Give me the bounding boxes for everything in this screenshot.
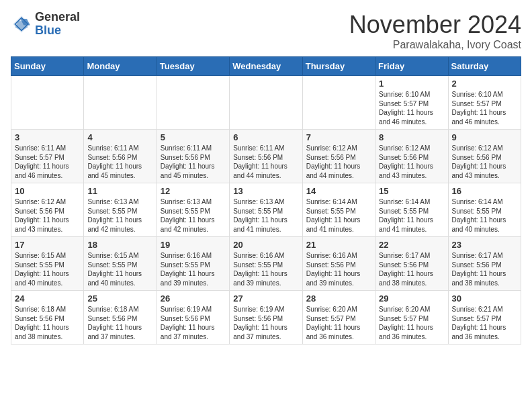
- calendar-cell: 24Sunrise: 6:18 AMSunset: 5:56 PMDayligh…: [11, 291, 84, 345]
- calendar-cell: 18Sunrise: 6:15 AMSunset: 5:55 PMDayligh…: [84, 237, 157, 291]
- cell-info: Sunrise: 6:18 AMSunset: 5:56 PMDaylight:…: [15, 305, 80, 341]
- cell-info: Sunrise: 6:11 AMSunset: 5:56 PMDaylight:…: [233, 144, 298, 180]
- calendar-cell: 23Sunrise: 6:17 AMSunset: 5:56 PMDayligh…: [448, 237, 521, 291]
- column-header-monday: Monday: [84, 57, 157, 76]
- day-number: 20: [233, 240, 298, 250]
- cell-info: Sunrise: 6:13 AMSunset: 5:55 PMDaylight:…: [233, 197, 298, 234]
- day-number: 30: [452, 293, 517, 304]
- month-year-title: November 2024: [349, 11, 521, 39]
- calendar-cell: 30Sunrise: 6:21 AMSunset: 5:57 PMDayligh…: [448, 291, 521, 345]
- calendar-cell: 7Sunrise: 6:12 AMSunset: 5:56 PMDaylight…: [302, 130, 375, 183]
- day-number: 16: [452, 186, 517, 196]
- calendar-cell: 3Sunrise: 6:11 AMSunset: 5:57 PMDaylight…: [11, 130, 84, 183]
- day-number: 8: [379, 132, 444, 142]
- calendar-cell: 2Sunrise: 6:10 AMSunset: 5:57 PMDaylight…: [448, 76, 521, 130]
- day-number: 26: [161, 293, 226, 304]
- cell-info: Sunrise: 6:13 AMSunset: 5:55 PMDaylight:…: [161, 197, 226, 234]
- cell-info: Sunrise: 6:12 AMSunset: 5:56 PMDaylight:…: [15, 197, 80, 234]
- column-header-sunday: Sunday: [11, 57, 84, 76]
- calendar-cell: 15Sunrise: 6:14 AMSunset: 5:55 PMDayligh…: [375, 183, 448, 237]
- calendar-cell: 26Sunrise: 6:19 AMSunset: 5:56 PMDayligh…: [157, 291, 229, 345]
- day-number: 3: [15, 132, 80, 142]
- column-header-tuesday: Tuesday: [157, 57, 229, 76]
- day-number: 23: [452, 240, 517, 250]
- calendar-cell: 21Sunrise: 6:16 AMSunset: 5:56 PMDayligh…: [302, 237, 375, 291]
- cell-info: Sunrise: 6:20 AMSunset: 5:57 PMDaylight:…: [306, 305, 371, 341]
- cell-info: Sunrise: 6:14 AMSunset: 5:55 PMDaylight:…: [379, 197, 444, 234]
- calendar-cell: 6Sunrise: 6:11 AMSunset: 5:56 PMDaylight…: [230, 130, 302, 183]
- day-number: 12: [161, 186, 226, 196]
- day-number: 2: [452, 79, 517, 89]
- day-number: 25: [87, 293, 152, 304]
- cell-info: Sunrise: 6:13 AMSunset: 5:55 PMDaylight:…: [87, 197, 152, 234]
- calendar-cell: [84, 76, 157, 130]
- calendar-cell: 22Sunrise: 6:17 AMSunset: 5:56 PMDayligh…: [375, 237, 448, 291]
- day-number: 28: [306, 293, 371, 304]
- day-number: 27: [233, 293, 298, 304]
- calendar-week-row: 17Sunrise: 6:15 AMSunset: 5:55 PMDayligh…: [11, 237, 521, 291]
- day-number: 14: [306, 186, 371, 196]
- calendar-week-row: 10Sunrise: 6:12 AMSunset: 5:56 PMDayligh…: [11, 183, 521, 237]
- calendar-cell: 29Sunrise: 6:20 AMSunset: 5:57 PMDayligh…: [375, 291, 448, 345]
- calendar-cell: 14Sunrise: 6:14 AMSunset: 5:55 PMDayligh…: [302, 183, 375, 237]
- day-number: 18: [87, 240, 152, 250]
- column-header-saturday: Saturday: [448, 57, 521, 76]
- day-number: 7: [306, 132, 371, 142]
- column-header-friday: Friday: [375, 57, 448, 76]
- cell-info: Sunrise: 6:18 AMSunset: 5:56 PMDaylight:…: [87, 305, 152, 341]
- page-header: General Blue November 2024 Parawalakaha,…: [11, 11, 521, 51]
- calendar-cell: 25Sunrise: 6:18 AMSunset: 5:56 PMDayligh…: [84, 291, 157, 345]
- calendar-cell: 16Sunrise: 6:14 AMSunset: 5:55 PMDayligh…: [448, 183, 521, 237]
- calendar-cell: 4Sunrise: 6:11 AMSunset: 5:56 PMDaylight…: [84, 130, 157, 183]
- calendar-cell: 17Sunrise: 6:15 AMSunset: 5:55 PMDayligh…: [11, 237, 84, 291]
- day-number: 6: [233, 132, 298, 142]
- day-number: 29: [379, 293, 444, 304]
- day-number: 5: [161, 132, 226, 142]
- calendar-cell: 10Sunrise: 6:12 AMSunset: 5:56 PMDayligh…: [11, 183, 84, 237]
- logo: General Blue: [11, 11, 80, 38]
- calendar-cell: [230, 76, 302, 130]
- cell-info: Sunrise: 6:10 AMSunset: 5:57 PMDaylight:…: [452, 90, 517, 126]
- cell-info: Sunrise: 6:11 AMSunset: 5:57 PMDaylight:…: [15, 144, 80, 180]
- title-block: November 2024 Parawalakaha, Ivory Coast: [349, 11, 521, 51]
- calendar-cell: 20Sunrise: 6:16 AMSunset: 5:55 PMDayligh…: [230, 237, 302, 291]
- cell-info: Sunrise: 6:14 AMSunset: 5:55 PMDaylight:…: [306, 197, 371, 234]
- calendar-cell: 19Sunrise: 6:16 AMSunset: 5:55 PMDayligh…: [157, 237, 229, 291]
- cell-info: Sunrise: 6:15 AMSunset: 5:55 PMDaylight:…: [15, 251, 80, 287]
- calendar-header-row: SundayMondayTuesdayWednesdayThursdayFrid…: [11, 57, 521, 76]
- cell-info: Sunrise: 6:12 AMSunset: 5:56 PMDaylight:…: [379, 144, 444, 180]
- logo-blue-text: Blue: [35, 24, 61, 37]
- cell-info: Sunrise: 6:11 AMSunset: 5:56 PMDaylight:…: [161, 144, 226, 180]
- calendar-cell: [11, 76, 84, 130]
- cell-info: Sunrise: 6:19 AMSunset: 5:56 PMDaylight:…: [233, 305, 298, 341]
- location-subtitle: Parawalakaha, Ivory Coast: [349, 39, 521, 51]
- cell-info: Sunrise: 6:19 AMSunset: 5:56 PMDaylight:…: [161, 305, 226, 341]
- calendar-cell: [302, 76, 375, 130]
- calendar-cell: 12Sunrise: 6:13 AMSunset: 5:55 PMDayligh…: [157, 183, 229, 237]
- calendar-cell: 1Sunrise: 6:10 AMSunset: 5:57 PMDaylight…: [375, 76, 448, 130]
- cell-info: Sunrise: 6:16 AMSunset: 5:55 PMDaylight:…: [161, 251, 226, 287]
- column-header-thursday: Thursday: [302, 57, 375, 76]
- cell-info: Sunrise: 6:20 AMSunset: 5:57 PMDaylight:…: [379, 305, 444, 341]
- day-number: 11: [87, 186, 152, 196]
- calendar-week-row: 1Sunrise: 6:10 AMSunset: 5:57 PMDaylight…: [11, 76, 521, 130]
- calendar-cell: 5Sunrise: 6:11 AMSunset: 5:56 PMDaylight…: [157, 130, 229, 183]
- calendar-cell: 13Sunrise: 6:13 AMSunset: 5:55 PMDayligh…: [230, 183, 302, 237]
- cell-info: Sunrise: 6:10 AMSunset: 5:57 PMDaylight:…: [379, 90, 444, 126]
- day-number: 9: [452, 132, 517, 142]
- logo-icon: [11, 13, 32, 35]
- day-number: 4: [87, 132, 152, 142]
- calendar-cell: 9Sunrise: 6:12 AMSunset: 5:56 PMDaylight…: [448, 130, 521, 183]
- day-number: 1: [379, 79, 444, 89]
- column-header-wednesday: Wednesday: [230, 57, 302, 76]
- day-number: 24: [15, 293, 80, 304]
- day-number: 10: [15, 186, 80, 196]
- calendar-cell: 11Sunrise: 6:13 AMSunset: 5:55 PMDayligh…: [84, 183, 157, 237]
- logo-general-text: General: [35, 10, 80, 24]
- calendar-cell: 28Sunrise: 6:20 AMSunset: 5:57 PMDayligh…: [302, 291, 375, 345]
- calendar-cell: 27Sunrise: 6:19 AMSunset: 5:56 PMDayligh…: [230, 291, 302, 345]
- cell-info: Sunrise: 6:16 AMSunset: 5:56 PMDaylight:…: [306, 251, 371, 287]
- calendar-cell: 8Sunrise: 6:12 AMSunset: 5:56 PMDaylight…: [375, 130, 448, 183]
- logo-text: General Blue: [35, 11, 80, 38]
- cell-info: Sunrise: 6:15 AMSunset: 5:55 PMDaylight:…: [87, 251, 152, 287]
